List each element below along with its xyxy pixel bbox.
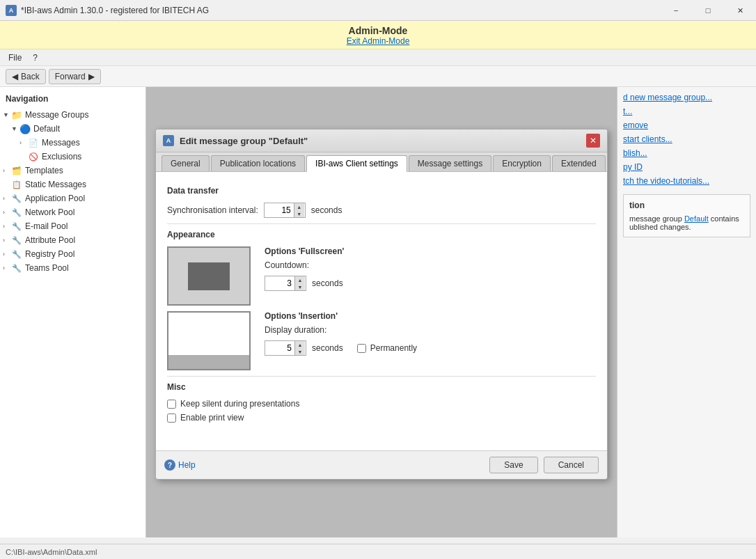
back-button[interactable]: ◀ Back <box>6 69 46 84</box>
fullscreen-options-label: Options 'Fullscreen' <box>265 246 596 256</box>
tabs-bar: General Publication locations IBI-aws Cl… <box>156 152 607 172</box>
countdown-row: Countdown: <box>265 260 596 270</box>
copy-id-link[interactable]: py ID <box>623 162 750 172</box>
sidebar-item-network-pool[interactable]: › 🔧 Network Pool <box>0 205 145 219</box>
title-bar: A *IBI-aws Admin 1.30.0 - registered for… <box>0 0 756 21</box>
sidebar-item-teams-pool[interactable]: › 🔧 Teams Pool <box>0 261 145 275</box>
templates-label: Templates <box>25 166 63 175</box>
sidebar-item-static-messages[interactable]: › 📋 Static Messages <box>0 178 145 191</box>
close-window-button[interactable]: ✕ <box>724 0 756 21</box>
keep-silent-row: Keep silent during presentations <box>167 399 596 409</box>
new-message-group-link[interactable]: d new message group... <box>623 93 750 102</box>
forward-button[interactable]: Forward ▶ <box>49 69 101 84</box>
application-pool-label: Application Pool <box>25 194 85 203</box>
group-icon: 🔵 <box>19 123 31 134</box>
enable-print-view-checkbox[interactable] <box>167 414 176 423</box>
menu-file[interactable]: File <box>3 52 27 64</box>
messages-label: Messages <box>42 138 80 148</box>
countdown-input[interactable] <box>265 277 294 290</box>
app-title: *IBI-aws Admin 1.30.0 - registered for I… <box>21 6 209 15</box>
duration-input[interactable] <box>265 342 294 354</box>
countdown-up-button[interactable]: ▲ <box>295 276 305 283</box>
spinbox-up-button[interactable]: ▲ <box>294 203 304 210</box>
notification-default-link[interactable]: Default <box>684 214 709 223</box>
save-button[interactable]: Save <box>489 457 537 473</box>
remove-link[interactable]: emove <box>623 120 750 130</box>
sidebar-item-attribute-pool[interactable]: › 🔧 Attribute Pool <box>0 233 145 247</box>
duration-spinbox-buttons: ▲ ▼ <box>294 341 305 355</box>
sidebar-item-registry-pool[interactable]: › 🔧 Registry Pool <box>0 247 145 261</box>
notification-title: tion <box>629 200 744 210</box>
static-icon: 📋 <box>11 179 22 190</box>
exit-admin-mode-link[interactable]: Exit Admin-Mode <box>347 36 410 46</box>
misc-section-title: Misc <box>167 382 596 392</box>
spinbox-down-button[interactable]: ▼ <box>294 210 304 217</box>
dialog-content: Data transfer Synchronisation interval: … <box>156 172 607 450</box>
sidebar-item-default[interactable]: ▼ 🔵 Default <box>0 122 145 136</box>
duration-value-row: ▲ ▼ seconds Permanently <box>265 340 596 356</box>
dialog-icon: A <box>163 135 174 146</box>
admin-mode-title: Admin-Mode <box>0 25 756 36</box>
duration-spinbox[interactable]: ▲ ▼ <box>265 340 306 356</box>
countdown-down-button[interactable]: ▼ <box>295 283 305 290</box>
duration-down-button[interactable]: ▼ <box>295 348 305 355</box>
insertion-option-group <box>167 311 251 370</box>
insertion-row: Options 'Insertion' Display duration: ▲ … <box>167 311 596 370</box>
sync-interval-spinbox[interactable]: ▲ ▼ <box>264 203 306 218</box>
duration-label-row: Display duration: <box>265 325 596 335</box>
sidebar: Navigation ▼ 📁 Message Groups ▼ 🔵 Defaul… <box>0 87 146 537</box>
expand-arrow-icon: › <box>3 195 11 202</box>
tab-message-settings[interactable]: Message settings <box>409 155 491 171</box>
sync-interval-input[interactable] <box>265 204 294 216</box>
fullscreen-options: Options 'Fullscreen' Countdown: ▲ ▼ <box>265 246 596 306</box>
tab-general[interactable]: General <box>162 155 210 171</box>
static-messages-label: Static Messages <box>25 180 86 189</box>
permanently-checkbox[interactable] <box>357 344 366 353</box>
fullscreen-preview <box>167 246 251 306</box>
expand-arrow-icon: ▼ <box>3 111 11 118</box>
tab-publication-locations[interactable]: Publication locations <box>211 155 305 171</box>
fullscreen-preview-inner <box>188 262 230 290</box>
sidebar-item-templates[interactable]: › 🗂️ Templates <box>0 164 145 178</box>
tab-ibi-aws-client-settings[interactable]: IBI-aws Client settings <box>306 155 407 172</box>
action-link-1[interactable]: t... <box>623 107 750 116</box>
help-link[interactable]: ? Help <box>164 459 196 471</box>
sidebar-item-application-pool[interactable]: › 🔧 Application Pool <box>0 191 145 205</box>
dialog-close-button[interactable]: ✕ <box>586 134 600 148</box>
email-pool-label: E-mail Pool <box>25 221 68 231</box>
back-label: Back <box>21 72 40 81</box>
tab-encryption[interactable]: Encryption <box>493 155 551 171</box>
sidebar-item-message-groups[interactable]: ▼ 📁 Message Groups <box>0 108 145 122</box>
sidebar-item-email-pool[interactable]: › 🔧 E-mail Pool <box>0 219 145 233</box>
menu-help[interactable]: ? <box>27 52 43 64</box>
countdown-spinbox-buttons: ▲ ▼ <box>294 276 305 290</box>
keep-silent-checkbox[interactable] <box>167 400 176 409</box>
tab-extended[interactable]: Extended <box>552 155 606 171</box>
network-pool-label: Network Pool <box>25 207 74 217</box>
sidebar-item-exclusions[interactable]: › 🚫 Exclusions <box>0 150 145 164</box>
cancel-button[interactable]: Cancel <box>544 457 599 473</box>
back-arrow-icon: ◀ <box>12 72 18 81</box>
publish-link[interactable]: blish... <box>623 148 750 158</box>
insertion-preview-bar <box>168 355 249 369</box>
video-tutorials-link[interactable]: tch the video-tutorials... <box>623 176 750 186</box>
duration-unit: seconds <box>312 343 343 353</box>
countdown-spinbox[interactable]: ▲ ▼ <box>265 276 306 291</box>
notification-area: tion message group Default contains ubli… <box>623 194 750 237</box>
insertion-options-label: Options 'Insertion' <box>265 311 596 321</box>
main-layout: Navigation ▼ 📁 Message Groups ▼ 🔵 Defaul… <box>0 87 756 537</box>
expand-arrow-icon: › <box>3 167 11 174</box>
expand-arrow-icon: ▼ <box>11 125 19 132</box>
status-path: C:\IBI-aws\Admin\Data.xml <box>6 548 97 556</box>
minimize-button[interactable]: − <box>660 0 692 21</box>
expand-arrow-icon: › <box>3 223 11 230</box>
misc-divider <box>167 376 596 377</box>
sidebar-item-messages[interactable]: › 📄 Messages <box>0 136 145 150</box>
maximize-button[interactable]: □ <box>692 0 724 21</box>
duration-up-button[interactable]: ▲ <box>295 341 305 348</box>
menu-bar: File ? <box>0 49 756 66</box>
insertion-options: Options 'Insertion' Display duration: ▲ … <box>265 311 596 370</box>
attribute-pool-label: Attribute Pool <box>25 235 75 245</box>
exclusions-label: Exclusions <box>42 152 81 162</box>
start-clients-link[interactable]: start clients... <box>623 134 750 144</box>
